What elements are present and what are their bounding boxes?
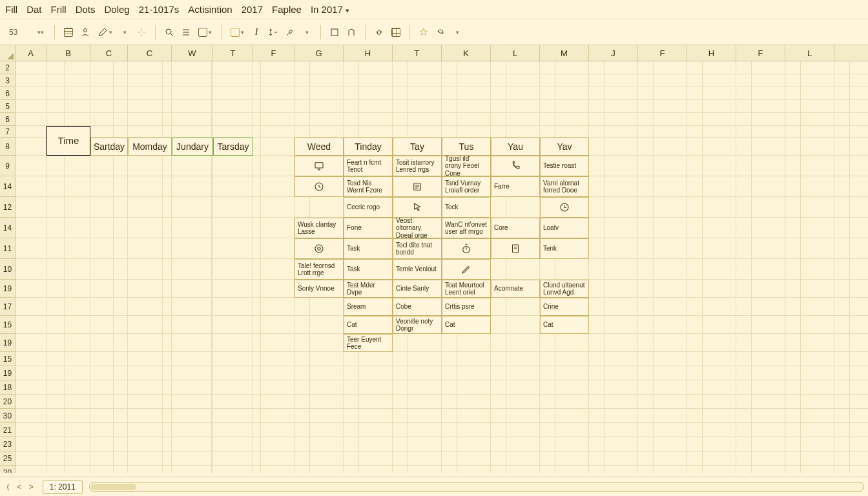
row-header[interactable]: 15: [0, 352, 15, 366]
menu-21-1017s[interactable]: 21-1017s: [139, 4, 180, 15]
caret-down-icon[interactable]: ▾: [300, 25, 314, 39]
column-header[interactable]: T: [213, 45, 253, 61]
time-header[interactable]: Time: [46, 126, 90, 156]
cell[interactable]: Varnl alornat forred Dooe: [540, 176, 589, 197]
column-header[interactable]: K: [442, 45, 491, 61]
row-header[interactable]: 6: [0, 113, 15, 126]
row-header[interactable]: 17: [0, 298, 15, 316]
cursor-icon[interactable]: [393, 197, 442, 218]
cell[interactable]: Tgusl ild' orony Feoel Cone: [442, 156, 491, 176]
cell[interactable]: Acomnate: [491, 280, 540, 298]
column-header[interactable]: W: [172, 45, 213, 61]
row-header[interactable]: 11: [0, 238, 15, 259]
cell[interactable]: Tsnd Vurnay Lroiafl order: [442, 176, 491, 197]
column-header[interactable]: L: [785, 45, 834, 61]
shape-a-icon[interactable]: [327, 25, 342, 39]
cell[interactable]: Test Mder Dvpe: [344, 280, 393, 298]
cell[interactable]: Veonitle noty Dongr: [393, 316, 442, 334]
cell[interactable]: Cat: [344, 316, 393, 334]
table-icon[interactable]: [389, 25, 403, 39]
link-icon[interactable]: [372, 25, 386, 39]
cell[interactable]: Task: [344, 259, 393, 280]
clock-icon[interactable]: [294, 176, 344, 197]
row-header[interactable]: 25: [0, 451, 15, 466]
cell[interactable]: Sonly Vnnoe: [294, 280, 344, 298]
column-header[interactable]: F: [253, 45, 294, 61]
column-header[interactable]: L: [491, 45, 540, 61]
column-header[interactable]: H: [344, 45, 393, 61]
shape-b-icon[interactable]: [344, 25, 358, 39]
row-header[interactable]: 6: [0, 87, 15, 100]
column-header[interactable]: A: [16, 45, 46, 61]
row-header[interactable]: 9: [0, 156, 15, 176]
phone-icon[interactable]: [491, 156, 540, 176]
cell[interactable]: Cecric rogo: [344, 197, 393, 218]
italic-icon[interactable]: I: [249, 25, 264, 39]
clock-icon[interactable]: [540, 197, 589, 218]
row-header[interactable]: 20: [0, 395, 15, 409]
cell[interactable]: Feart n fcmt Tenot: [344, 156, 393, 176]
menu-dat[interactable]: Dat: [26, 4, 41, 15]
row-header[interactable]: 19: [0, 280, 15, 298]
caret-down-icon[interactable]: ▾: [450, 25, 464, 39]
day-header[interactable]: Yav: [540, 138, 589, 156]
menu-doleg[interactable]: Doleg: [105, 4, 130, 15]
row-header[interactable]: 8: [0, 138, 15, 156]
dropdown-icon[interactable]: ▾▾: [34, 25, 48, 39]
list-icon[interactable]: [179, 25, 193, 39]
cell[interactable]: Teer Euyent Fece: [344, 334, 393, 352]
row-header[interactable]: 21: [0, 423, 15, 437]
menu-faplee[interactable]: Faplee: [272, 4, 302, 15]
column-header[interactable]: M: [540, 45, 589, 61]
cell[interactable]: Cobe: [393, 298, 442, 316]
pen-icon[interactable]: ▾: [95, 25, 115, 39]
day-header[interactable]: Weed: [294, 138, 344, 156]
column-header[interactable]: T: [393, 45, 442, 61]
column-header[interactable]: F: [736, 45, 785, 61]
target-icon[interactable]: [294, 238, 344, 259]
sheet-first-icon[interactable]: ⟨: [4, 482, 12, 491]
row-header[interactable]: 5: [0, 100, 15, 113]
column-header[interactable]: C: [128, 45, 172, 61]
day-header[interactable]: Jundary: [172, 138, 213, 156]
doc-icon[interactable]: ▾: [196, 25, 214, 39]
row-header[interactable]: 7: [0, 126, 15, 138]
cell[interactable]: Tenk: [540, 238, 589, 259]
row-header[interactable]: 14: [0, 176, 15, 197]
cell[interactable]: Veost oltornary Doeal orge: [393, 218, 442, 238]
text-height-icon[interactable]: [266, 25, 280, 39]
cell[interactable]: Wusk clantay Lasse: [294, 218, 344, 238]
day-header[interactable]: Tus: [442, 138, 491, 156]
cell[interactable]: Tosd Nis Wernt Fzore: [344, 176, 393, 197]
day-header[interactable]: Tay: [393, 138, 442, 156]
cell[interactable]: Core: [491, 218, 540, 238]
sheet-prev-icon[interactable]: <: [14, 482, 24, 491]
cell[interactable]: Testie roast: [540, 156, 589, 176]
cell[interactable]: Temle Venlout: [393, 259, 442, 280]
row-header[interactable]: 2: [0, 61, 15, 74]
menu-frill[interactable]: Frill: [51, 4, 67, 15]
row-header[interactable]: 10: [0, 259, 15, 280]
num-icon[interactable]: ▾: [228, 25, 247, 39]
cell[interactable]: Cat: [540, 316, 589, 334]
cell[interactable]: Tosit istarrory Lenred rrgs: [393, 156, 442, 176]
cell[interactable]: Tale! feornsd Lrott rrge: [294, 259, 344, 280]
refresh-icon[interactable]: [433, 25, 448, 39]
caret-down-icon[interactable]: ▾: [118, 25, 132, 39]
menu-2017[interactable]: 2017: [242, 4, 263, 15]
cell[interactable]: Crine: [540, 298, 589, 316]
select-all-corner[interactable]: [0, 45, 16, 61]
cell[interactable]: Task: [344, 238, 393, 259]
monitor-icon[interactable]: [294, 156, 344, 176]
spreadsheet[interactable]: ABCCWTFGHTKLMJFHFL 236567891412141110191…: [0, 45, 868, 473]
cell[interactable]: Crttis psre: [442, 298, 491, 316]
day-header[interactable]: Yau: [491, 138, 540, 156]
row-header[interactable]: 20: [0, 466, 15, 473]
menu-actisintion[interactable]: Actisintion: [188, 4, 232, 15]
list-icon[interactable]: [393, 176, 442, 197]
cell[interactable]: Tocl dite tnat bondd: [393, 238, 442, 259]
cell[interactable]: Farre: [491, 176, 540, 197]
column-header[interactable]: F: [638, 45, 687, 61]
cell[interactable]: Toat Meurtool Leent oriel: [442, 280, 491, 298]
wrench-icon[interactable]: [283, 25, 297, 39]
